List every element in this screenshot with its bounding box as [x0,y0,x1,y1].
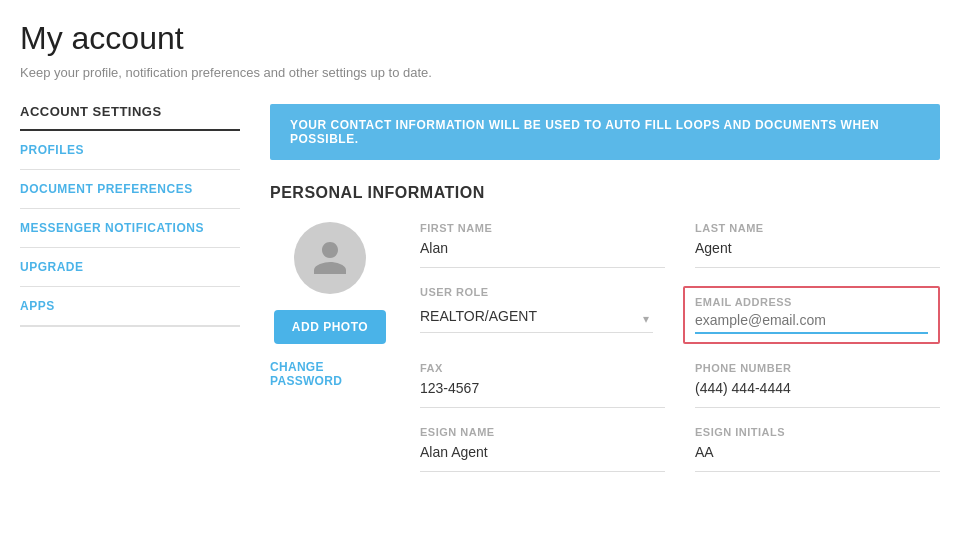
fax-value: 123-4567 [420,380,665,408]
esign-initials-field: ESIGN INITIALS AA [695,426,940,472]
role-email-row: USER ROLE REALTOR/AGENT ▾ EMAIL ADDRESS [420,286,940,344]
last-name-value: Agent [695,240,940,268]
change-password-link[interactable]: CHANGE PASSWORD [270,360,390,388]
page-title: My account [20,20,940,57]
section-title: PERSONAL INFORMATION [270,184,940,202]
add-photo-button[interactable]: ADD PHOTO [274,310,386,344]
esign-name-label: ESIGN NAME [420,426,665,438]
fax-field: FAX 123-4567 [420,362,665,408]
last-name-field: LAST NAME Agent [695,222,940,268]
sidebar-item-messenger-notifications[interactable]: MESSENGER NOTIFICATIONS [20,209,240,248]
esign-name-value: Alan Agent [420,444,665,472]
sidebar-link-upgrade[interactable]: UPGRADE [20,248,240,286]
main-content: YOUR CONTACT INFORMATION WILL BE USED TO… [270,104,940,490]
sidebar-item-profiles[interactable]: PROFILES [20,131,240,170]
sidebar-item-apps[interactable]: APPS [20,287,240,326]
user-role-select-wrapper: REALTOR/AGENT ▾ [420,304,653,333]
sidebar-link-profiles[interactable]: PROFILES [20,131,240,169]
fax-phone-row: FAX 123-4567 PHONE NUMBER (444) 444-4444 [420,362,940,408]
esign-initials-label: ESIGN INITIALS [695,426,940,438]
phone-label: PHONE NUMBER [695,362,940,374]
info-banner: YOUR CONTACT INFORMATION WILL BE USED TO… [270,104,940,160]
sidebar-link-apps[interactable]: APPS [20,287,240,325]
email-input[interactable] [695,312,928,334]
person-icon [310,238,350,278]
sidebar-heading: ACCOUNT SETTINGS [20,104,240,131]
page-subtitle: Keep your profile, notification preferen… [20,65,940,80]
sidebar-nav: PROFILES DOCUMENT PREFERENCES MESSENGER … [20,131,240,327]
esign-name-field: ESIGN NAME Alan Agent [420,426,665,472]
last-name-label: LAST NAME [695,222,940,234]
first-name-field: FIRST NAME Alan [420,222,665,268]
first-name-value: Alan [420,240,665,268]
avatar [294,222,366,294]
sidebar-item-upgrade[interactable]: UPGRADE [20,248,240,287]
sidebar-link-document-preferences[interactable]: DOCUMENT PREFERENCES [20,170,240,208]
email-field-highlighted: EMAIL ADDRESS [683,286,940,344]
fields-column: FIRST NAME Alan LAST NAME Agent USER ROL… [420,222,940,490]
esign-row: ESIGN NAME Alan Agent ESIGN INITIALS AA [420,426,940,472]
user-role-select[interactable]: REALTOR/AGENT [420,304,653,333]
phone-value: (444) 444-4444 [695,380,940,408]
email-label: EMAIL ADDRESS [695,296,928,308]
first-name-label: FIRST NAME [420,222,665,234]
name-row: FIRST NAME Alan LAST NAME Agent [420,222,940,268]
fax-label: FAX [420,362,665,374]
user-role-label: USER ROLE [420,286,653,298]
user-role-field: USER ROLE REALTOR/AGENT ▾ [420,286,653,344]
sidebar-link-messenger-notifications[interactable]: MESSENGER NOTIFICATIONS [20,209,240,247]
sidebar-item-document-preferences[interactable]: DOCUMENT PREFERENCES [20,170,240,209]
sidebar: ACCOUNT SETTINGS PROFILES DOCUMENT PREFE… [20,104,240,490]
esign-initials-value: AA [695,444,940,472]
form-area: ADD PHOTO CHANGE PASSWORD FIRST NAME Ala… [270,222,940,490]
phone-field: PHONE NUMBER (444) 444-4444 [695,362,940,408]
avatar-column: ADD PHOTO CHANGE PASSWORD [270,222,390,490]
